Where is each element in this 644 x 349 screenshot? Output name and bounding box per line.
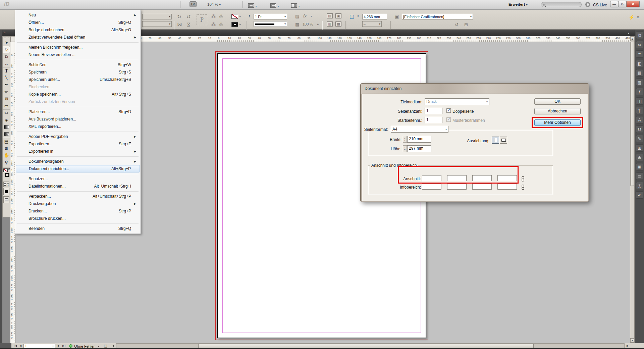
menu-item[interactable]: ▶ bbox=[16, 172, 140, 175]
apply-color-button[interactable] bbox=[3, 188, 9, 195]
swatches-panel[interactable]: ▦ bbox=[636, 69, 643, 77]
menu-item[interactable]: Exportieren... Strg+E ▶ bbox=[16, 140, 140, 148]
search-input[interactable] bbox=[541, 2, 582, 7]
select-next-icon[interactable]: ⁂ bbox=[219, 22, 223, 27]
scroll-down-arrow[interactable]: ▼ bbox=[630, 338, 634, 343]
menu-item[interactable]: Beenden Strg+Q ▶ bbox=[16, 225, 140, 232]
corner-options-icon[interactable]: ▢ bbox=[350, 14, 354, 19]
menu-item[interactable]: Meinen Bildschirm freigeben... ▶ bbox=[16, 44, 140, 51]
slug-field[interactable] bbox=[447, 184, 467, 190]
page-tool[interactable]: ⧉ bbox=[3, 53, 10, 60]
menu[interactable] bbox=[58, 1, 65, 5]
pages-field[interactable]: 1 bbox=[425, 108, 442, 114]
menu-item[interactable]: Einchecken... ▶ bbox=[16, 83, 140, 91]
stroke-proxy-swatch[interactable] bbox=[5, 173, 9, 177]
hand-tool[interactable]: ✋ bbox=[3, 152, 10, 159]
menu-item[interactable]: Dateiinformationen... Alt+Umschalt+Strg+… bbox=[16, 183, 140, 190]
slug-field[interactable] bbox=[497, 184, 517, 190]
width-stepper[interactable]: ▴ ▾ bbox=[403, 136, 407, 143]
view-options-button[interactable]: ▾ bbox=[248, 2, 257, 8]
gradient-feather-tool[interactable] bbox=[3, 131, 10, 138]
menu-item[interactable]: Schließen Strg+W ▶ bbox=[16, 61, 140, 68]
menu-item[interactable]: ▶ bbox=[16, 190, 140, 193]
clear-overrides-icon[interactable]: ↺ bbox=[455, 22, 459, 27]
reference-point-proxy[interactable]: P bbox=[197, 14, 207, 25]
cs-live-icon[interactable] bbox=[585, 2, 590, 7]
stroke-flyout-icon[interactable]: ▸ bbox=[239, 23, 241, 26]
toolbar-collapse-icon[interactable]: » bbox=[3, 30, 5, 34]
fill-stroke-proxy[interactable]: ⇄ bbox=[3, 167, 10, 181]
object-styles-panel[interactable]: ◫ bbox=[636, 97, 643, 105]
select-container-icon[interactable]: ⁂ bbox=[211, 14, 216, 18]
menu-item[interactable]: Broschüre drucken... ▶ bbox=[16, 215, 140, 222]
ok-button[interactable]: OK bbox=[534, 98, 581, 105]
height-stepper[interactable]: ▴ ▾ bbox=[403, 145, 407, 152]
menu[interactable] bbox=[43, 1, 50, 5]
pen-tool[interactable]: ✒ bbox=[3, 81, 10, 88]
fill-proxy-swatch[interactable] bbox=[3, 168, 8, 172]
bridge-button[interactable]: Br bbox=[190, 1, 197, 7]
spin-down-icon[interactable]: ▾ bbox=[404, 149, 405, 151]
transform-y-select[interactable]: ▾ bbox=[142, 21, 172, 27]
pathfinder-panel[interactable]: ⊕ bbox=[636, 154, 643, 161]
links-panel[interactable]: ∞ bbox=[636, 41, 643, 48]
start-page-field[interactable]: 1 bbox=[425, 117, 442, 123]
menu-item[interactable]: ▶ bbox=[16, 130, 140, 133]
flip-horizontal-icon[interactable]: ⋈ bbox=[177, 22, 182, 27]
corner-size-field[interactable]: 4,233 mm bbox=[362, 14, 387, 19]
pages-panel[interactable]: ⧉ bbox=[636, 32, 643, 39]
screen-mode-button[interactable]: ▾ bbox=[270, 2, 279, 8]
menu[interactable] bbox=[50, 1, 58, 5]
vertical-scrollbar-thumb[interactable] bbox=[630, 42, 634, 186]
scissors-tool[interactable]: ✂ bbox=[3, 109, 10, 116]
menu-item[interactable]: Platzieren... Strg+D ▶ bbox=[16, 108, 140, 115]
orientation-portrait-button[interactable] bbox=[492, 137, 499, 144]
menu-item[interactable]: Verpacken... Alt+Umschalt+Strg+P ▶ bbox=[16, 193, 140, 200]
menu-item[interactable]: Drucken... Strg+P ▶ bbox=[16, 207, 140, 215]
menu-item[interactable]: Kopie speichern... Alt+Strg+S ▶ bbox=[16, 91, 140, 98]
menu-item[interactable]: XML importieren... ▶ bbox=[16, 123, 140, 130]
page-size-select[interactable]: A4 ▾ bbox=[391, 126, 448, 133]
spin-down-icon[interactable]: ▾ bbox=[358, 16, 359, 18]
zoom-level-select[interactable]: 104 % ▾ bbox=[207, 2, 221, 6]
wrap-object-shape-icon[interactable]: ▥ bbox=[327, 21, 333, 27]
formatting-container-icon[interactable] bbox=[4, 183, 6, 186]
intent-select[interactable]: Druck ▾ bbox=[425, 98, 489, 105]
master-text-frame-checkbox[interactable]: ✓ bbox=[446, 117, 451, 122]
menu-item[interactable]: Adobe PDF-Vorgaben ▶ bbox=[16, 133, 140, 140]
menu-item[interactable]: Benutzer... ▶ bbox=[16, 175, 140, 183]
pencil-tool[interactable]: ✏ bbox=[3, 88, 10, 95]
gap-tool[interactable]: ↔ bbox=[3, 60, 10, 67]
restore-button[interactable]: ⧉ bbox=[618, 1, 626, 7]
menu-item[interactable]: Speichern Strg+S ▶ bbox=[16, 68, 140, 76]
opacity-flyout-icon[interactable]: ▸ bbox=[317, 23, 319, 26]
menu-item[interactable]: Öffnen... Strg+O ▶ bbox=[16, 19, 140, 26]
paragraph-styles-panel[interactable]: ¶ bbox=[636, 107, 643, 114]
arrange-documents-button[interactable]: ▾ bbox=[291, 2, 300, 8]
effects-icon[interactable]: fx bbox=[303, 14, 307, 18]
layers-panel[interactable]: ≣ bbox=[636, 172, 643, 180]
menu-item[interactable]: Zuletzt verwendete Datei öffnen ▶ bbox=[16, 34, 140, 41]
live-preflight-icon[interactable]: ⚡ bbox=[629, 14, 634, 20]
tab-overflow-icon[interactable]: ▴ bbox=[628, 32, 629, 35]
swap-fill-stroke-icon[interactable]: ⇄ bbox=[8, 167, 10, 170]
story-editor-panel[interactable]: ✎ bbox=[636, 135, 643, 142]
scroll-up-arrow[interactable]: ▲ bbox=[630, 37, 634, 41]
spin-down-icon[interactable]: ▾ bbox=[249, 16, 250, 18]
quick-apply-icon[interactable]: ⊞ bbox=[464, 22, 468, 27]
menu-item[interactable]: ▶ bbox=[16, 155, 140, 158]
fill-swatch[interactable] bbox=[231, 14, 238, 19]
dialog-title-bar[interactable]: Dokument einrichten bbox=[361, 84, 589, 94]
stroke-weight-stepper[interactable]: ▴ ▾ bbox=[249, 14, 250, 18]
blend-mode-icon[interactable]: ▨ bbox=[295, 14, 299, 18]
height-field[interactable]: 297 mm bbox=[407, 145, 431, 152]
menu-item[interactable]: Druckvorgaben ▶ bbox=[16, 200, 140, 207]
line-tool[interactable]: ╲ bbox=[3, 74, 10, 81]
stroke-swatch[interactable] bbox=[231, 22, 238, 27]
flip-vertical-icon[interactable]: ⋈ bbox=[186, 22, 191, 27]
spin-down-icon[interactable]: ▾ bbox=[404, 139, 405, 141]
rotate-ccw-icon[interactable]: ↺ bbox=[186, 14, 191, 19]
menu-item[interactable]: ▶ bbox=[16, 222, 140, 225]
menu[interactable] bbox=[72, 1, 80, 5]
menu-item[interactable]: Bridge durchsuchen... Alt+Strg+O ▶ bbox=[16, 26, 140, 34]
